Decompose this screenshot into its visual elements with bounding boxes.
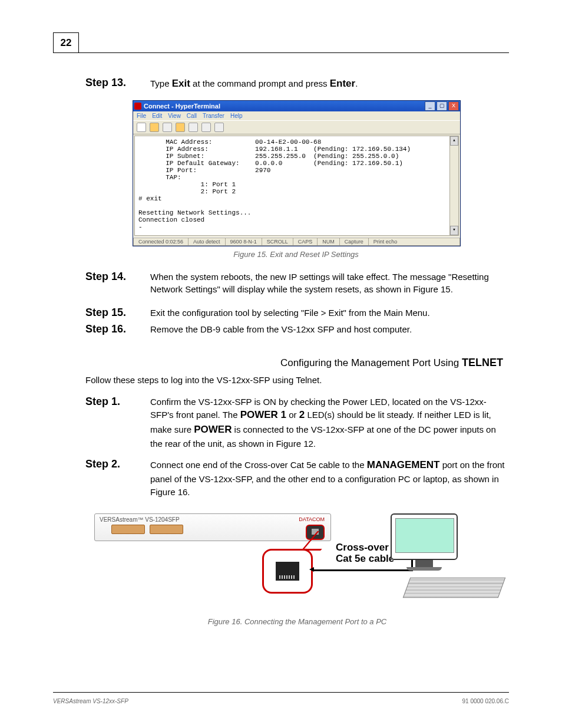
bold: Exit: [172, 78, 190, 89]
footer-left: VERSAstream VS-12xx-SFP: [53, 698, 462, 704]
app-icon: [134, 103, 141, 110]
monitor-screen: [391, 513, 458, 560]
text: Cross-over: [336, 542, 389, 553]
connect-icon[interactable]: [163, 123, 172, 132]
text: Cat 5e cable: [336, 553, 394, 564]
step-label: Step 1.: [85, 396, 150, 408]
step-2: Step 2. Connect one end of the Cross-ove…: [85, 458, 509, 498]
bold: POWER 1: [240, 409, 286, 420]
menu-call[interactable]: Call: [187, 113, 197, 119]
section-title: Configuring the Management Port Using TE…: [85, 357, 503, 369]
step-text: Confirm the VS-12xx-SFP is ON by checkin…: [150, 396, 509, 450]
rj45-jack-icon: [276, 562, 299, 581]
menu-view[interactable]: View: [168, 113, 181, 119]
text: or: [286, 410, 299, 420]
text: is connected to the VS-12xx-SFP at one: [232, 424, 394, 434]
footer: VERSAstream VS-12xx-SFP 91 0000 020.06.C: [53, 698, 509, 704]
scrollbar[interactable]: ▴▾: [449, 136, 458, 235]
statusbar: Connected 0:02:56 Auto detect 9600 8-N-1…: [133, 237, 460, 246]
device-logo: DATACOM: [299, 516, 325, 522]
close-button[interactable]: X: [448, 101, 459, 111]
menu-help[interactable]: Help: [230, 113, 243, 119]
step-13: Step 13. Type Exit at the command prompt…: [85, 77, 509, 91]
send-icon[interactable]: [189, 123, 198, 132]
receive-icon[interactable]: [201, 123, 211, 132]
keyboard-icon: [403, 577, 506, 597]
disconnect-icon[interactable]: [176, 123, 185, 132]
figure-caption: Figure 15. Exit and Reset IP Settings: [133, 250, 459, 259]
open-icon[interactable]: [150, 123, 159, 132]
step-text: Type Exit at the command prompt and pres…: [150, 77, 509, 91]
page-number: 22: [61, 37, 72, 49]
hyperterminal-window: Connect - HyperTerminal _ ▢ X File Edit …: [133, 100, 461, 246]
minimize-button[interactable]: _: [425, 101, 435, 111]
figure16-caption: Figure 16. Connecting the Management Por…: [85, 617, 509, 626]
step-label: Step 15.: [85, 307, 150, 319]
step-text: Connect one end of the Cross-over Cat 5e…: [150, 458, 509, 498]
bold: Enter: [330, 78, 355, 89]
status-detect: Auto detect: [188, 238, 225, 246]
section-body: Follow these steps to log into the VS-12…: [85, 375, 509, 385]
menu-file[interactable]: File: [137, 113, 146, 119]
status-num: NUM: [317, 238, 339, 246]
text: .: [355, 78, 358, 88]
step-text: Remove the DB-9 cable from the VS-12xx S…: [150, 323, 509, 336]
maximize-button[interactable]: ▢: [437, 101, 447, 111]
device-label: VERSAstream™ VS-1204SFP: [100, 516, 180, 523]
text: Connect one end of the Cross-over Cat 5e…: [150, 460, 367, 470]
menubar: File Edit View Call Transfer Help: [133, 111, 460, 120]
step-label: Step 2.: [85, 458, 150, 470]
text: Confirm the VS-12xx-SFP is ON by checkin…: [150, 397, 450, 407]
text: Type: [150, 78, 172, 88]
step-label: Step 14.: [85, 271, 150, 283]
status-printecho: Print echo: [368, 238, 460, 246]
page: 22 Step 13. Type Exit at the command pro…: [0, 0, 562, 728]
section-title-prefix: Configuring the Management Port Using: [280, 357, 462, 368]
monitor-stand: [415, 560, 433, 567]
status-connected: Connected 0:02:56: [133, 238, 188, 246]
new-icon[interactable]: [137, 123, 146, 132]
sfp-ports: [111, 525, 183, 534]
step-15: Step 15. Exit the configuration tool by …: [85, 307, 509, 319]
device-chassis: VERSAstream™ VS-1204SFP DATACOM: [94, 513, 331, 541]
step-14: Step 14. When the system reboots, the ne…: [85, 271, 509, 297]
port-group: [150, 525, 183, 534]
scroll-up-icon[interactable]: ▴: [450, 136, 458, 146]
properties-icon[interactable]: [214, 123, 224, 132]
step-16: Step 16. Remove the DB-9 cable from the …: [85, 323, 509, 336]
status-scroll: SCROLL: [262, 238, 293, 246]
text: LED(s) should be lit steady. If: [305, 410, 424, 420]
connection-diagram: VERSAstream™ VS-1204SFP DATACOM Cross-ov…: [94, 513, 518, 614]
bold: MANAGEMENT: [367, 459, 440, 470]
step-label: Step 13.: [85, 77, 150, 89]
scroll-down-icon[interactable]: ▾: [450, 226, 458, 235]
menu-transfer[interactable]: Transfer: [203, 113, 224, 119]
management-port-zoom: [262, 549, 313, 594]
status-baud: 9600 8-N-1: [225, 238, 262, 246]
menu-edit[interactable]: Edit: [152, 113, 162, 119]
cable-line: [312, 569, 412, 571]
pc-monitor-icon: [389, 513, 459, 569]
text: at the command prompt and press: [190, 78, 330, 88]
toolbar: [133, 120, 460, 134]
status-caps: CAPS: [293, 238, 318, 246]
bottom-rule: [53, 692, 509, 693]
terminal-screenshot: Connect - HyperTerminal _ ▢ X File Edit …: [133, 100, 509, 259]
terminal-body: MAC Address: 00-14-E2-00-00-68 IP Addres…: [134, 136, 459, 236]
status-capture: Capture: [339, 238, 368, 246]
page-number-box: 22: [53, 32, 79, 53]
step-label: Step 16.: [85, 323, 150, 335]
terminal-output: MAC Address: 00-14-E2-00-00-68 IP Addres…: [138, 139, 411, 230]
titlebar: Connect - HyperTerminal _ ▢ X: [133, 101, 460, 111]
section-title-bold: TELNET: [462, 357, 503, 368]
port-group: [111, 525, 145, 534]
cable-label: Cross-over Cat 5e cable: [336, 542, 394, 565]
footer-right: 91 0000 020.06.C: [462, 698, 509, 704]
top-rule: [53, 52, 509, 53]
bold: POWER: [194, 424, 232, 435]
step-text: Exit the configuration tool by selecting…: [150, 307, 509, 319]
bold: 2: [299, 409, 305, 420]
window-title: Connect - HyperTerminal: [144, 103, 424, 110]
monitor-base: [406, 567, 442, 571]
step-1: Step 1. Confirm the VS-12xx-SFP is ON by…: [85, 396, 509, 450]
